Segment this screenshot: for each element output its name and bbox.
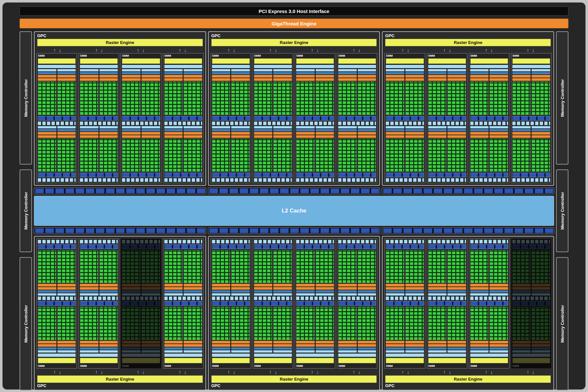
register-file-bar	[532, 135, 550, 138]
smm-label: SMM	[386, 54, 424, 57]
ldst-sfu-units-row	[428, 122, 466, 125]
smm: SMM	[384, 239, 425, 369]
ldst-sfu-units-row	[338, 297, 376, 300]
register-file-bar	[164, 78, 183, 81]
processing-block	[405, 250, 424, 296]
polymorph-engine-bar	[80, 58, 118, 64]
memory-controller-label: Memory Controller	[23, 192, 28, 230]
dispatch-units-bar	[532, 287, 550, 290]
processing-block	[231, 250, 250, 296]
instruction-buffer-bar	[512, 126, 531, 128]
shared-memory-bar	[38, 301, 76, 306]
shared-memory-bar	[80, 301, 118, 306]
up-arrow-icon: ↑	[179, 48, 181, 52]
warp-scheduler-bar	[164, 129, 183, 131]
register-file-bar	[338, 284, 357, 286]
instruction-buffer-bar	[184, 126, 202, 128]
register-file-bar	[490, 135, 508, 138]
processing-block	[164, 250, 183, 296]
smm-group: SMMSMMSMMSMM	[37, 239, 204, 369]
ldst-sfu-units-row	[38, 297, 76, 300]
arrow-pair: ↑↓	[120, 369, 162, 375]
instruction-buffer-bar	[386, 350, 404, 353]
register-file-bar	[296, 135, 315, 138]
gigathread-engine-bar: GigaThread Engine	[20, 19, 568, 28]
shared-memory-bar	[470, 173, 508, 177]
processing-block-pair	[122, 307, 160, 353]
processing-block	[254, 69, 273, 115]
shared-memory-bar	[122, 244, 160, 249]
ldst-sfu-units-row	[212, 122, 250, 125]
up-arrow-icon: ↑	[311, 370, 313, 374]
instruction-buffer-bar	[470, 350, 489, 353]
dispatch-units-bar	[273, 287, 292, 290]
register-file-bar	[338, 341, 357, 343]
warp-scheduler-bar	[405, 290, 424, 293]
processing-block	[316, 307, 334, 353]
ldst-sfu-units-row	[254, 178, 292, 182]
polymorph-engine-bar	[122, 58, 160, 64]
processing-block-pair	[512, 307, 550, 353]
instruction-cache-bar	[470, 65, 508, 68]
raster-smm-arrows: ↑↓↑↓↑↓↑↓	[384, 47, 551, 53]
core-grid	[122, 307, 141, 340]
processing-block	[122, 307, 141, 353]
gpc-label: GPC	[37, 383, 204, 388]
instruction-buffer-bar	[532, 293, 550, 296]
smm-label: SMM	[254, 364, 292, 368]
register-file-bar	[386, 341, 404, 343]
arrow-pair: ↑↓	[78, 369, 120, 375]
register-file-bar	[338, 135, 357, 138]
processing-block-pair	[470, 69, 508, 115]
processing-block	[490, 250, 508, 296]
dispatch-units-bar	[80, 344, 98, 347]
instruction-cache-bar	[80, 354, 118, 357]
down-arrow-icon: ↓	[275, 48, 277, 52]
warp-scheduler-bar	[532, 72, 550, 74]
arrow-pair: ↑↓	[294, 369, 336, 375]
core-grid	[80, 250, 98, 283]
processing-block	[273, 250, 292, 296]
ldst-sfu-units-row	[338, 178, 376, 182]
processing-block	[296, 126, 315, 172]
register-file-bar	[99, 284, 118, 286]
core-grid	[99, 81, 118, 115]
gigathread-engine-label: GigaThread Engine	[272, 21, 317, 26]
register-file-bar	[358, 284, 376, 286]
core-grid	[405, 250, 424, 283]
dispatch-units-bar	[80, 287, 98, 290]
core-grid	[296, 81, 315, 115]
register-file-bar	[273, 284, 292, 286]
processing-block	[99, 69, 118, 115]
dispatch-units-bar	[184, 344, 202, 347]
instruction-buffer-bar	[164, 69, 183, 71]
processing-block	[212, 69, 231, 115]
smm-label: SMM	[164, 54, 202, 57]
instruction-buffer-bar	[405, 69, 424, 71]
instruction-cache-bar	[38, 65, 76, 68]
dispatch-units-bar	[142, 75, 160, 78]
raster-engine-bar: Raster Engine	[211, 375, 377, 383]
instruction-buffer-bar	[532, 350, 550, 353]
dispatch-units-bar	[57, 132, 76, 135]
smm: SMM	[511, 53, 551, 183]
processing-block-pair	[428, 307, 466, 353]
memory-controller: Memory Controller	[556, 31, 568, 165]
polymorph-engine-bar	[470, 358, 508, 363]
warp-scheduler-bar	[405, 347, 424, 350]
register-file-bar	[254, 78, 273, 81]
smm-disabled: SMM	[511, 239, 551, 369]
warp-scheduler-bar	[38, 72, 56, 74]
memory-controller-label: Memory Controller	[560, 79, 565, 117]
raster-engine-bar: Raster Engine	[37, 375, 203, 383]
processing-block	[142, 250, 160, 296]
instruction-cache-bar	[212, 65, 250, 68]
down-arrow-icon: ↓	[407, 370, 410, 374]
register-file-bar	[57, 341, 76, 343]
core-grid	[164, 138, 183, 172]
register-file-bar	[231, 341, 250, 343]
polymorph-engine-bar	[296, 358, 334, 363]
warp-scheduler-bar	[142, 129, 160, 131]
polymorph-engine-bar	[122, 358, 160, 363]
core-grid	[254, 307, 273, 340]
